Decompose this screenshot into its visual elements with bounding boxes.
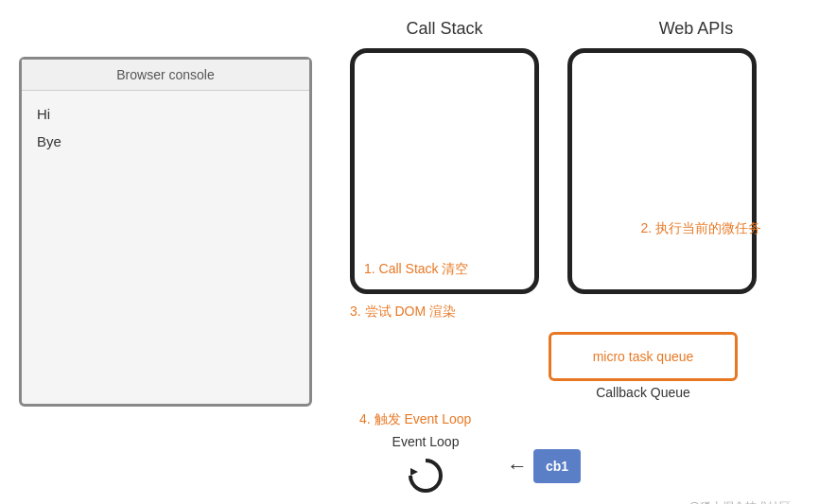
web-apis-box: 2. 执行当前的微任务 [567, 48, 757, 294]
annotation-area: 4. 触发 Event Loop Event Loop [350, 411, 791, 498]
event-loop-icon [403, 453, 448, 498]
micro-task-queue-label: micro task queue [593, 349, 694, 364]
browser-console-content: Hi Bye [22, 91, 309, 176]
event-loop-container: Event Loop [350, 434, 501, 498]
micro-task-queue-box: micro task queue [549, 332, 738, 381]
annotation-call-stack-clear: 1. Call Stack 清空 [364, 261, 468, 278]
console-line-bye: Bye [37, 133, 294, 149]
cb1-label: cb1 [546, 459, 568, 474]
web-apis-label: Web APIs [601, 19, 791, 39]
arrow-left-icon: ← [507, 454, 528, 478]
annotation-trigger-event-loop: 4. 触发 Event Loop [359, 411, 791, 428]
right-section: Call Stack Web APIs 1. Call Stack 清空 2. … [340, 19, 800, 504]
callback-queue-label: Callback Queue [549, 385, 738, 400]
event-loop-label: Event Loop [392, 434, 460, 449]
call-stack-box: 1. Call Stack 清空 [350, 48, 539, 294]
browser-console-title: Browser console [22, 60, 309, 91]
browser-console: Browser console Hi Bye [19, 57, 312, 407]
boxes-row: 1. Call Stack 清空 2. 执行当前的微任务 [340, 48, 800, 294]
svg-marker-0 [410, 468, 418, 476]
annotation-execute-microtask: 2. 执行当前的微任务 [640, 220, 761, 237]
watermark: @稀土掘金技术社区 [688, 499, 791, 504]
call-stack-label: Call Stack [350, 19, 539, 39]
event-loop-row [403, 453, 448, 498]
page-container: Browser console Hi Bye Call Stack Web AP… [0, 0, 819, 504]
bottom-area: 3. 尝试 DOM 渲染 micro task queue Callback Q… [340, 294, 800, 504]
console-line-hi: Hi [37, 106, 294, 122]
event-loop-section: Event Loop ← cb1 [350, 434, 791, 498]
cb1-box: cb1 [533, 449, 581, 483]
column-labels: Call Stack Web APIs [340, 19, 800, 39]
annotation-dom-render: 3. 尝试 DOM 渲染 [350, 304, 791, 321]
